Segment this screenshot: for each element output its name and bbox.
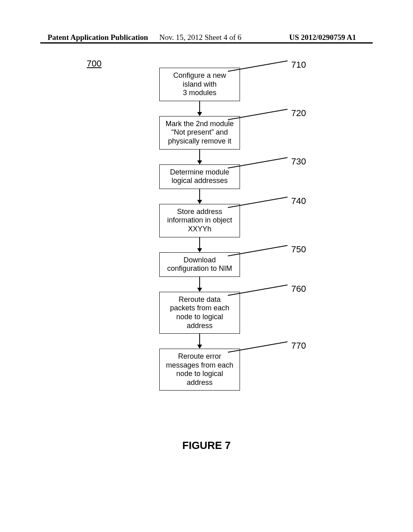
arrow xyxy=(199,150,200,161)
ref-line xyxy=(228,197,288,208)
ref-num-730: 730 xyxy=(291,156,306,167)
arrow xyxy=(199,334,200,345)
arrow-head-icon xyxy=(197,248,202,252)
ref-num-770: 770 xyxy=(291,341,306,351)
ref-line xyxy=(228,60,288,72)
figure-caption: FIGURE 7 xyxy=(0,439,413,452)
ref-line xyxy=(228,157,288,168)
header-date-sheet: Nov. 15, 2012 Sheet 4 of 6 xyxy=(159,33,242,42)
ref-line xyxy=(228,285,288,296)
arrow xyxy=(199,101,200,112)
arrow-head-icon xyxy=(197,288,202,292)
arrow-head-icon xyxy=(197,200,202,204)
ref-line xyxy=(228,109,288,120)
flow-box-710: Configure a new island with 3 modules xyxy=(159,68,240,101)
ref-num-720: 720 xyxy=(291,108,306,118)
ref-num-740: 740 xyxy=(291,196,306,206)
arrow-head-icon xyxy=(197,112,202,116)
flow-box-720: Mark the 2nd module “Not present” and ph… xyxy=(159,116,240,150)
ref-line xyxy=(228,341,288,353)
arrow xyxy=(199,189,200,200)
header-publication: Patent Application Publication xyxy=(48,33,148,42)
arrow xyxy=(199,277,200,288)
flow-box-760: Reroute data packets from each node to l… xyxy=(159,292,240,334)
header-rule xyxy=(40,42,373,44)
ref-line xyxy=(228,245,288,256)
ref-num-710: 710 xyxy=(291,60,306,70)
ref-num-750: 750 xyxy=(291,244,306,255)
patent-page: Patent Application Publication Nov. 15, … xyxy=(0,0,413,532)
flow-box-740: Store address information in object XXYY… xyxy=(159,204,240,237)
flowchart: Configure a new island with 3 modules 71… xyxy=(149,68,250,391)
arrow-head-icon xyxy=(197,160,202,164)
arrow-head-icon xyxy=(197,345,202,349)
figure-reference-number: 700 xyxy=(87,58,102,69)
ref-num-760: 760 xyxy=(291,284,306,294)
arrow xyxy=(199,237,200,249)
flow-box-770: Reroute error messages from each node to… xyxy=(159,349,240,391)
header-pub-number: US 2012/0290759 A1 xyxy=(289,33,356,42)
